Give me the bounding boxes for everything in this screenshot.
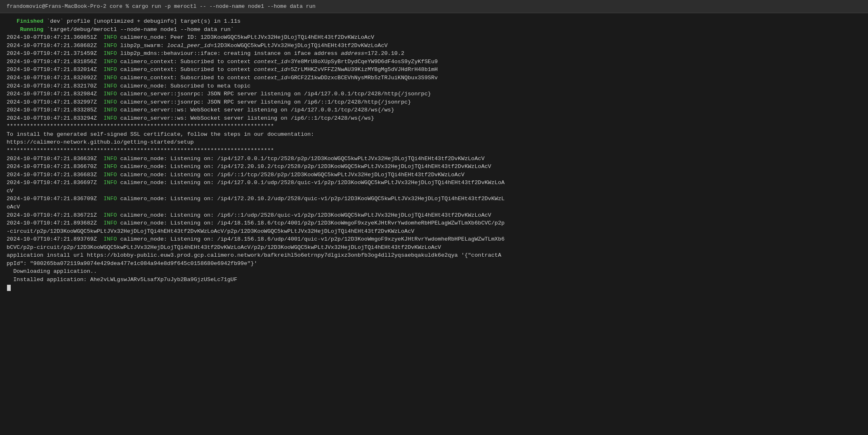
- log-line-15: 2024-10-07T10:47:21.836697Z INFO calimer…: [7, 179, 861, 187]
- log-line-5: 2024-10-07T10:47:21.832014Z INFO calimer…: [7, 66, 861, 74]
- log-line-13: 2024-10-07T10:47:21.836670Z INFO calimer…: [7, 163, 861, 171]
- stars-line-2: ****************************************…: [7, 147, 861, 155]
- terminal-content: Finished `dev` profile [unoptimized + de…: [0, 13, 868, 296]
- log-line-4: 2024-10-07T10:47:21.831856Z INFO calimer…: [7, 58, 861, 66]
- log-line-16b: oAcV: [7, 203, 861, 211]
- log-line-16: 2024-10-07T10:47:21.836709Z INFO calimer…: [7, 195, 861, 203]
- log-line-17: 2024-10-07T10:47:21.836721Z INFO calimer…: [7, 211, 861, 220]
- ssl-line-1: To install the generated self-signed SSL…: [7, 130, 861, 139]
- app-install-line-2: ppId": "980265ba072119a9074e429dea477e1c…: [7, 260, 861, 268]
- title-bar: frandomovic@Frans-MacBook-Pro-2 core % c…: [0, 0, 868, 13]
- ssl-url: https://calimero-network.github.io/getti…: [7, 138, 861, 147]
- log-line-14: 2024-10-07T10:47:21.836683Z INFO calimer…: [7, 171, 861, 179]
- app-install-line-1: application install url https://blobby-p…: [7, 251, 861, 260]
- stars-line-1: ****************************************…: [7, 122, 861, 130]
- log-line-7: 2024-10-07T10:47:21.832170Z INFO calimer…: [7, 82, 861, 90]
- log-line-8: 2024-10-07T10:47:21.832984Z INFO calimer…: [7, 90, 861, 98]
- log-line-11: 2024-10-07T10:47:21.833294Z INFO calimer…: [7, 114, 861, 123]
- log-line-2: 2024-10-07T10:47:21.368682Z INFO libp2p_…: [7, 42, 861, 50]
- log-line-18b: -circuit/p2p/12D3KooWGQC5kwPLtJVx32HejDL…: [7, 227, 861, 236]
- running-rest: `target/debug/meroctl --node-name node1 …: [43, 26, 234, 33]
- running-line: Running `target/debug/meroctl --node-nam…: [7, 26, 861, 34]
- title-text: frandomovic@Frans-MacBook-Pro-2 core % c…: [7, 3, 316, 9]
- log-line-19b: bCVC/p2p-circuit/p2p/12D3KooWGQC5kwPLtJV…: [7, 244, 861, 252]
- terminal: frandomovic@Frans-MacBook-Pro-2 core % c…: [0, 0, 868, 435]
- log-line-19: 2024-10-07T10:47:21.893769Z INFO calimer…: [7, 235, 861, 244]
- running-label: Running: [7, 26, 43, 33]
- log-line-3: 2024-10-07T10:47:21.371459Z INFO libp2p_…: [7, 50, 861, 58]
- finished-line: Finished `dev` profile [unoptimized + de…: [7, 17, 861, 26]
- terminal-cursor: [7, 285, 11, 291]
- log-line-15b: cV: [7, 187, 861, 195]
- log-line-10: 2024-10-07T10:47:21.833285Z INFO calimer…: [7, 106, 861, 114]
- finished-label: Finished: [7, 18, 43, 24]
- cursor-line: [7, 284, 861, 292]
- installed-line: Installed application: Ahe2vLWLgswJARv5L…: [7, 276, 861, 284]
- log-line-1: 2024-10-07T10:47:21.360851Z INFO calimer…: [7, 33, 861, 42]
- finished-rest: `dev` profile [unoptimized + debuginfo] …: [43, 18, 241, 24]
- log-line-6: 2024-10-07T10:47:21.832092Z INFO calimer…: [7, 74, 861, 82]
- log-line-18: 2024-10-07T10:47:21.893682Z INFO calimer…: [7, 219, 861, 227]
- log-line-12: 2024-10-07T10:47:21.836639Z INFO calimer…: [7, 155, 861, 163]
- downloading-line: Downloading application..: [7, 267, 861, 276]
- log-line-9: 2024-10-07T10:47:21.832997Z INFO calimer…: [7, 98, 861, 106]
